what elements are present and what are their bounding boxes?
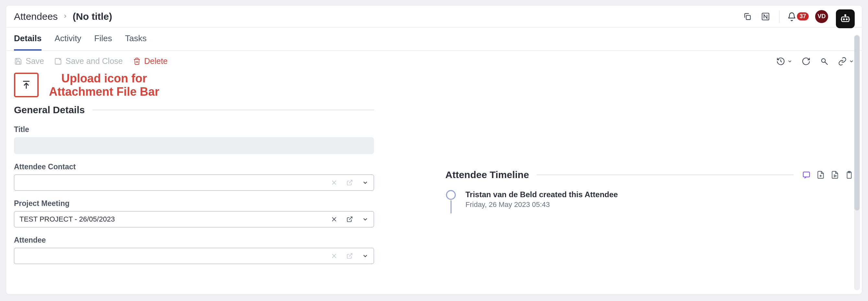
open-external-icon[interactable] [346, 215, 353, 223]
title-input[interactable] [14, 137, 374, 154]
notion-icon[interactable] [760, 11, 771, 22]
timeline-item: Tristan van de Beld created this Attende… [445, 190, 854, 213]
save-and-close-button[interactable]: Save and Close [54, 56, 123, 66]
history-dropdown[interactable] [776, 57, 793, 66]
clear-icon[interactable] [330, 215, 338, 223]
timeline-entry-date: Friday, 26 May 2023 05:43 [465, 201, 618, 209]
copy-icon[interactable] [742, 11, 753, 22]
notifications-button[interactable]: 37 [787, 12, 809, 21]
svg-point-3 [845, 14, 846, 16]
refresh-button[interactable] [802, 57, 811, 66]
attendee-lookup[interactable] [14, 248, 374, 264]
svg-point-6 [822, 58, 826, 62]
add-note-icon[interactable] [816, 170, 826, 180]
save-label: Save [26, 56, 44, 66]
open-external-icon [346, 179, 353, 186]
clear-icon [330, 252, 338, 260]
play-file-icon[interactable] [830, 170, 840, 180]
trash-icon [133, 57, 141, 65]
link-dropdown[interactable] [838, 57, 854, 66]
tab-tasks[interactable]: Tasks [125, 33, 147, 50]
notification-count-badge: 37 [797, 12, 809, 21]
label-attendee: Attendee [14, 236, 374, 245]
upload-attachment-button[interactable] [14, 73, 39, 97]
save-close-label: Save and Close [65, 56, 123, 66]
timeline-entry-title: Tristan van de Beld created this Attende… [465, 190, 618, 199]
project-meeting-lookup[interactable]: TEST PROJECT - 26/05/2023 [14, 211, 374, 228]
chevron-down-icon [849, 59, 854, 64]
header-divider [779, 10, 779, 23]
timeline-line [451, 201, 452, 213]
svg-point-4 [843, 19, 844, 20]
scrollbar-thumb[interactable] [855, 35, 860, 211]
upload-caption: Upload icon for Attachment File Bar [49, 72, 159, 99]
delete-button[interactable]: Delete [133, 56, 168, 66]
svg-rect-2 [842, 17, 849, 22]
section-title-timeline: Attendee Timeline [445, 169, 529, 180]
delete-label: Delete [144, 56, 168, 66]
label-project-meeting: Project Meeting [14, 199, 374, 208]
svg-line-15 [349, 217, 352, 219]
clear-icon [330, 179, 338, 186]
svg-line-18 [349, 253, 352, 256]
clipboard-icon[interactable] [844, 170, 854, 180]
breadcrumb: Attendees (No title) [14, 11, 112, 22]
save-icon [14, 57, 22, 65]
filter-comments-icon[interactable] [802, 170, 811, 180]
breadcrumb-current: (No title) [73, 11, 112, 22]
assistant-button[interactable] [836, 9, 855, 28]
svg-line-7 [825, 62, 828, 64]
upload-icon [21, 80, 32, 90]
tab-files[interactable]: Files [94, 33, 112, 50]
chevron-down-icon[interactable] [361, 252, 369, 260]
label-attendee-contact: Attendee Contact [14, 162, 374, 171]
tab-details[interactable]: Details [14, 33, 41, 51]
scrollbar[interactable] [854, 35, 860, 290]
search-tool-button[interactable] [820, 57, 829, 66]
project-meeting-value: TEST PROJECT - 26/05/2023 [20, 215, 330, 223]
section-rule [92, 110, 374, 110]
svg-rect-0 [746, 15, 750, 20]
svg-point-5 [846, 19, 847, 20]
svg-rect-19 [803, 172, 810, 177]
tabs: Details Activity Files Tasks [6, 28, 862, 51]
label-title: Title [14, 125, 374, 134]
save-close-icon [54, 57, 62, 65]
section-title-general: General Details [14, 104, 85, 116]
chevron-right-icon [62, 11, 68, 22]
avatar[interactable]: VD [815, 10, 828, 23]
save-button[interactable]: Save [14, 56, 44, 66]
svg-marker-22 [834, 175, 837, 177]
breadcrumb-parent[interactable]: Attendees [14, 11, 58, 22]
chevron-down-icon[interactable] [361, 179, 369, 186]
open-external-icon [346, 252, 353, 260]
section-rule [537, 175, 794, 175]
chevron-down-icon[interactable] [361, 215, 369, 223]
chevron-down-icon [787, 59, 793, 64]
timeline-dot-icon [446, 190, 456, 200]
attendee-contact-lookup[interactable] [14, 175, 374, 191]
svg-line-12 [349, 180, 352, 183]
tab-activity[interactable]: Activity [55, 33, 81, 50]
